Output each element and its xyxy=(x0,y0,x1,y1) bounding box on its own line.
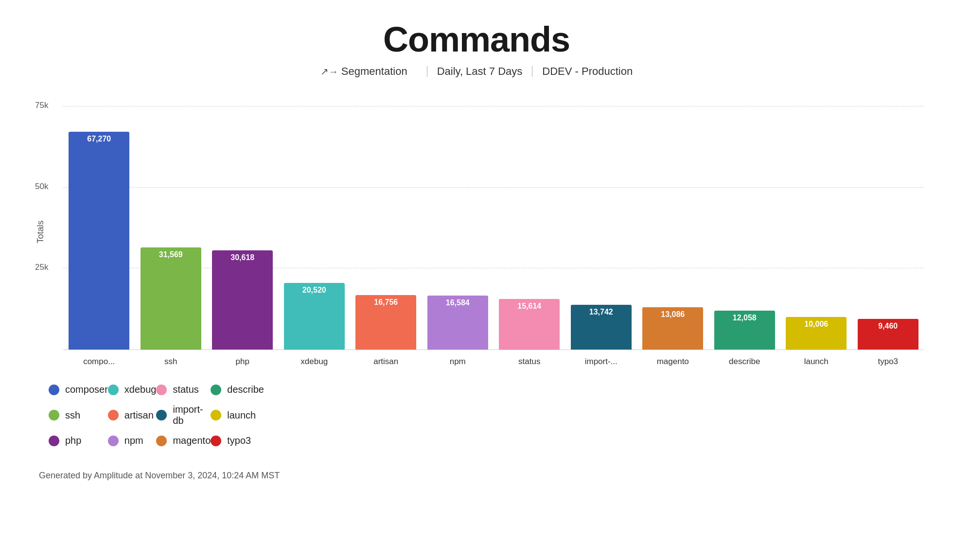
x-axis-label: npm xyxy=(422,354,494,367)
bar-group: 31,569 xyxy=(135,107,207,350)
legend-label: ssh xyxy=(65,410,80,421)
bar-group: 9,460 xyxy=(852,107,924,350)
x-axis-label: status xyxy=(494,354,565,367)
x-axis-label: magento xyxy=(637,354,709,367)
legend-item: status xyxy=(156,384,211,395)
x-labels: compo...sshphpxdebugartisannpmstatusimpo… xyxy=(63,354,924,367)
legend: composersshphpxdebugartisannpmstatusimpo… xyxy=(29,384,924,446)
legend-item: artisan xyxy=(108,404,157,426)
x-axis-label: import-... xyxy=(565,354,637,367)
legend-color-dot xyxy=(156,385,167,395)
bar-group: 20,520 xyxy=(279,107,351,350)
legend-label: npm xyxy=(124,435,143,446)
bar-value-label: 12,058 xyxy=(733,314,757,322)
bar-value-label: 30,618 xyxy=(230,253,254,262)
legend-item: describe xyxy=(211,384,264,395)
legend-color-dot xyxy=(156,436,167,446)
bar-ssh[interactable]: 31,569 xyxy=(141,247,201,350)
bar-xdebug[interactable]: 20,520 xyxy=(284,283,345,350)
chart-area: 75k50k25k67,27031,56930,61820,52016,7561… xyxy=(63,97,924,367)
legend-color-dot xyxy=(211,410,221,420)
footer-text: Generated by Amplitude at November 3, 20… xyxy=(29,471,924,481)
bar-compo[interactable]: 67,270 xyxy=(69,132,129,350)
bar-npm[interactable]: 16,584 xyxy=(427,296,488,350)
legend-color-dot xyxy=(108,410,119,420)
x-axis-label: ssh xyxy=(135,354,207,367)
legend-item: magento xyxy=(156,435,211,446)
legend-item: ssh xyxy=(49,404,108,426)
legend-item: import-db xyxy=(156,404,211,426)
legend-label: launch xyxy=(227,410,256,421)
legend-label: describe xyxy=(227,384,264,395)
legend-color-dot xyxy=(156,410,167,420)
legend-label: status xyxy=(173,384,198,395)
legend-item: launch xyxy=(211,404,264,426)
bar-describe[interactable]: 12,058 xyxy=(714,311,775,350)
x-axis-label: describe xyxy=(709,354,781,367)
bar-value-label: 9,460 xyxy=(878,322,898,331)
segmentation-label: Segmentation xyxy=(341,65,407,78)
environment-label[interactable]: DDEV - Production xyxy=(542,65,633,78)
legend-color-dot xyxy=(108,436,119,446)
bar-launch[interactable]: 10,006 xyxy=(786,317,847,350)
bar-import[interactable]: 13,742 xyxy=(571,305,632,350)
legend-color-dot xyxy=(108,385,119,395)
bar-value-label: 13,086 xyxy=(661,310,685,319)
x-axis-label: launch xyxy=(780,354,852,367)
bar-magento[interactable]: 13,086 xyxy=(642,307,703,350)
bar-group: 13,742 xyxy=(565,107,637,350)
x-axis-label: xdebug xyxy=(279,354,351,367)
legend-item: xdebug xyxy=(108,384,157,395)
bar-artisan[interactable]: 16,756 xyxy=(355,295,416,350)
legend-label: artisan xyxy=(124,410,154,421)
trend-icon: ↗→ xyxy=(320,66,338,77)
bars-wrapper: 75k50k25k67,27031,56930,61820,52016,7561… xyxy=(63,97,924,350)
legend-item: npm xyxy=(108,435,157,446)
bar-group: 13,086 xyxy=(637,107,709,350)
legend-color-dot xyxy=(49,410,59,420)
y-gridline-label: 25k xyxy=(35,262,48,272)
bar-group: 12,058 xyxy=(709,107,781,350)
legend-label: import-db xyxy=(173,404,211,426)
chart-container: Totals 75k50k25k67,27031,56930,61820,520… xyxy=(29,97,924,367)
bar-value-label: 16,584 xyxy=(446,298,470,307)
bar-group: 10,006 xyxy=(780,107,852,350)
bar-group: 15,614 xyxy=(494,107,565,350)
y-gridline-label: 75k xyxy=(35,101,48,110)
bar-group: 30,618 xyxy=(207,107,279,350)
legend-item: typo3 xyxy=(211,435,264,446)
page-title: Commands xyxy=(383,19,570,59)
bar-group: 16,584 xyxy=(422,107,494,350)
period-label[interactable]: Daily, Last 7 Days xyxy=(437,65,523,78)
bar-status[interactable]: 15,614 xyxy=(499,299,560,350)
divider-2 xyxy=(532,66,532,77)
bar-value-label: 31,569 xyxy=(159,250,183,259)
x-axis-label: typo3 xyxy=(852,354,924,367)
legend-label: typo3 xyxy=(227,435,251,446)
bar-group: 16,756 xyxy=(350,107,422,350)
legend-item: php xyxy=(49,435,108,446)
subtitle-bar: ↗→ Segmentation Daily, Last 7 Days DDEV … xyxy=(320,65,633,78)
legend-color-dot xyxy=(211,385,221,395)
legend-label: composer xyxy=(65,384,108,395)
legend-grid: composersshphpxdebugartisannpmstatusimpo… xyxy=(39,384,264,446)
legend-label: xdebug xyxy=(124,384,157,395)
bar-group: 67,270 xyxy=(63,107,135,350)
segmentation-filter[interactable]: ↗→ Segmentation xyxy=(320,65,417,78)
divider-1 xyxy=(427,66,427,77)
x-axis-label: compo... xyxy=(63,354,135,367)
legend-color-dot xyxy=(49,385,59,395)
y-axis-label: Totals xyxy=(35,220,46,243)
legend-label: magento xyxy=(173,435,211,446)
legend-color-dot xyxy=(49,436,59,446)
x-axis-label: artisan xyxy=(350,354,422,367)
bar-typo3[interactable]: 9,460 xyxy=(858,319,918,350)
bar-value-label: 67,270 xyxy=(87,135,111,143)
bar-value-label: 16,756 xyxy=(374,298,398,307)
bar-value-label: 13,742 xyxy=(589,308,613,316)
bar-value-label: 10,006 xyxy=(804,320,828,329)
x-axis-label: php xyxy=(207,354,279,367)
bar-value-label: 15,614 xyxy=(517,302,541,311)
bar-php[interactable]: 30,618 xyxy=(212,250,273,350)
legend-color-dot xyxy=(211,436,221,446)
